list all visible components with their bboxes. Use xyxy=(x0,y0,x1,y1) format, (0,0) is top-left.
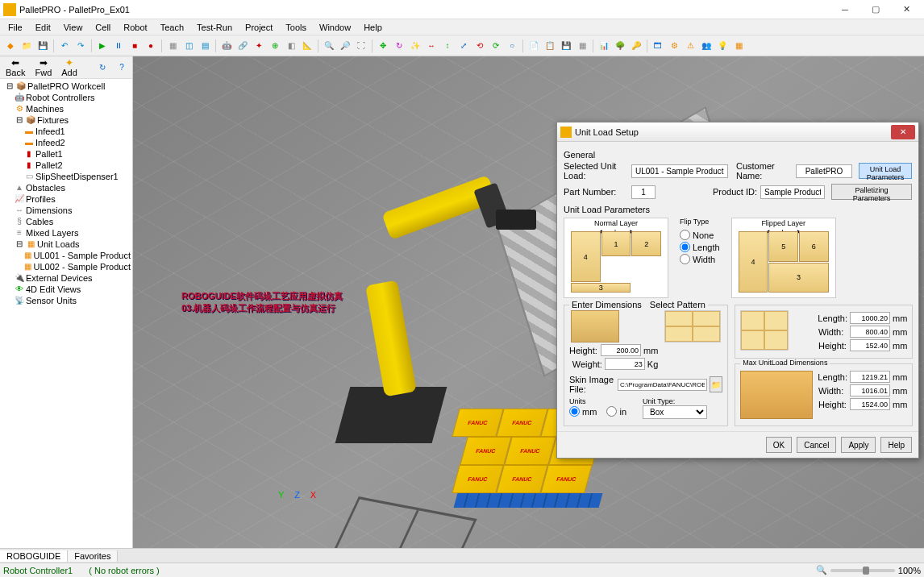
help-button[interactable]: Help xyxy=(880,437,912,453)
tb-light-icon[interactable]: 💡 xyxy=(715,39,730,53)
menu-test-run[interactable]: Test-Run xyxy=(190,21,239,34)
layer-width-input[interactable] xyxy=(850,326,890,338)
selected-unit-load-input[interactable] xyxy=(631,164,728,178)
flip-none-radio[interactable] xyxy=(680,230,690,240)
tb-tree-icon[interactable]: 🌳 xyxy=(613,39,627,53)
tb-table-icon[interactable]: ▦ xyxy=(575,39,589,53)
box-height-input[interactable] xyxy=(601,344,641,356)
tb-sparkle-icon[interactable]: ✨ xyxy=(408,39,422,53)
tree-machines[interactable]: ⚙Machines xyxy=(2,103,131,114)
tb-rot-y-icon[interactable]: ⟳ xyxy=(489,39,503,53)
tb-pause-icon[interactable]: ⏸ xyxy=(111,39,126,53)
tb-redo-icon[interactable]: ↷ xyxy=(73,39,88,53)
max-length-input[interactable] xyxy=(850,371,890,383)
tab-favorites[interactable]: Favorites xyxy=(68,550,118,562)
tb-save-icon[interactable]: 💾 xyxy=(35,39,50,53)
tb-zoom-fit-icon[interactable]: ⛶ xyxy=(354,39,368,53)
tb-key-icon[interactable]: 🔑 xyxy=(629,39,643,53)
max-height-input[interactable] xyxy=(850,398,890,410)
tb-undo-icon[interactable]: ↶ xyxy=(57,39,72,53)
unit-in-radio[interactable] xyxy=(606,406,617,417)
tree-4d-views[interactable]: 👁4D Edit Views xyxy=(2,284,131,295)
tree-ul002[interactable]: ▦UL002 - Sample Product xyxy=(2,261,131,272)
tb-pan-icon[interactable]: ✥ xyxy=(376,39,390,53)
tb-rotate-icon[interactable]: ↻ xyxy=(392,39,406,53)
tb-pallet-icon[interactable]: ▦ xyxy=(731,39,746,53)
close-button[interactable]: ✕ xyxy=(892,1,921,19)
tb-rot-x-icon[interactable]: ⟲ xyxy=(472,39,487,53)
help-icon[interactable]: ? xyxy=(114,60,129,75)
maximize-button[interactable]: ▢ xyxy=(861,1,890,19)
menu-window[interactable]: Window xyxy=(313,21,357,34)
tree-dimensions[interactable]: ↔Dimensions xyxy=(2,205,131,216)
tree-root[interactable]: ⊟📦PalletPRO Workcell xyxy=(2,81,131,92)
tree-robot-controllers[interactable]: 🤖Robot Controllers xyxy=(2,92,131,103)
tree-external-devices[interactable]: 🔌External Devices xyxy=(2,272,131,284)
flip-length-radio[interactable] xyxy=(680,242,690,252)
tree-slipsheet[interactable]: ▭SlipSheetDispenser1 xyxy=(2,171,131,182)
tb-view2-icon[interactable]: ▤ xyxy=(198,39,212,53)
tree-obstacles[interactable]: ▲Obstacles xyxy=(2,182,131,193)
tb-axes-icon[interactable]: ✦ xyxy=(252,39,266,53)
tb-move-x-icon[interactable]: ↔ xyxy=(424,39,439,53)
tb-grid-icon[interactable]: ▦ xyxy=(165,39,180,53)
menu-robot[interactable]: Robot xyxy=(117,21,153,34)
tb-record-icon[interactable]: ● xyxy=(144,39,158,53)
tree-sensor-units[interactable]: 📡Sensor Units xyxy=(2,295,131,306)
menu-tools[interactable]: Tools xyxy=(279,21,313,34)
tb-play-icon[interactable]: ▶ xyxy=(95,39,110,53)
menu-teach[interactable]: Teach xyxy=(154,21,190,34)
tb-window-icon[interactable]: 🗔 xyxy=(651,39,665,53)
tb-view1-icon[interactable]: ◫ xyxy=(181,39,196,53)
tree-ul001[interactable]: ▦UL001 - Sample Product xyxy=(2,250,131,261)
unit-load-params-button[interactable]: Unit Load Parameters xyxy=(859,163,912,179)
menu-file[interactable]: File xyxy=(2,21,29,34)
menu-help[interactable]: Help xyxy=(357,21,389,34)
unit-type-select[interactable]: Box xyxy=(643,405,707,419)
tb-target-icon[interactable]: ⊕ xyxy=(268,39,282,53)
tb-disk-icon[interactable]: 💾 xyxy=(559,39,573,53)
unit-mm-radio[interactable] xyxy=(569,406,580,417)
dialog-close-button[interactable]: ✕ xyxy=(891,125,915,139)
tree-mixed-layers[interactable]: ≡Mixed Layers xyxy=(2,227,131,239)
tb-chart-icon[interactable]: 📊 xyxy=(597,39,611,53)
fwd-button[interactable]: ➡Fwd xyxy=(32,57,54,78)
tree-infeed1[interactable]: ▬Infeed1 xyxy=(2,126,131,137)
product-id-input[interactable] xyxy=(760,185,825,199)
tb-rot-z-icon[interactable]: ○ xyxy=(505,39,519,53)
tree-pallet2[interactable]: ▮Pallet2 xyxy=(2,160,131,171)
menu-edit[interactable]: Edit xyxy=(29,21,57,34)
back-button[interactable]: ⬅Back xyxy=(3,57,27,78)
tree-unit-loads[interactable]: ⊟▦Unit Loads xyxy=(2,239,131,250)
tree-fixtures[interactable]: ⊟📦Fixtures xyxy=(2,114,131,126)
tree-infeed2[interactable]: ▬Infeed2 xyxy=(2,137,131,148)
tb-robot-icon[interactable]: 🤖 xyxy=(219,39,234,53)
tb-zoom-in-icon[interactable]: 🔍 xyxy=(322,39,336,53)
tb-warn-icon[interactable]: ⚠ xyxy=(683,39,697,53)
tree-profiles[interactable]: 📈Profiles xyxy=(2,193,131,205)
tb-people-icon[interactable]: 👥 xyxy=(699,39,714,53)
tree-pallet1[interactable]: ▮Pallet1 xyxy=(2,148,131,160)
box-weight-input[interactable] xyxy=(605,358,645,370)
zoom-out-icon[interactable]: 🔍 xyxy=(816,565,827,575)
tb-frame-icon[interactable]: ◧ xyxy=(284,39,298,53)
minimize-button[interactable]: ─ xyxy=(830,1,859,19)
customer-name-input[interactable] xyxy=(796,164,852,178)
apply-button[interactable]: Apply xyxy=(841,437,876,453)
layer-length-input[interactable] xyxy=(850,312,890,324)
tree-cables[interactable]: §Cables xyxy=(2,216,131,227)
tb-link-icon[interactable]: 🔗 xyxy=(235,39,250,53)
tb-stop-icon[interactable]: ■ xyxy=(127,39,142,53)
ok-button[interactable]: OK xyxy=(766,437,792,453)
skin-image-input[interactable] xyxy=(618,379,707,391)
refresh-icon[interactable]: ↻ xyxy=(95,60,110,75)
cancel-button[interactable]: Cancel xyxy=(797,437,836,453)
tb-doc-icon[interactable]: 📄 xyxy=(527,39,541,53)
tb-gear-icon[interactable]: ⚙ xyxy=(667,39,681,53)
tab-roboguide[interactable]: ROBOGUIDE xyxy=(0,550,68,562)
tb-new-icon[interactable]: ◆ xyxy=(3,39,18,53)
max-width-input[interactable] xyxy=(850,384,890,396)
palletizing-params-button[interactable]: Palletizing Parameters xyxy=(831,184,912,200)
tb-open-icon[interactable]: 📁 xyxy=(19,39,34,53)
flip-width-radio[interactable] xyxy=(680,254,690,264)
